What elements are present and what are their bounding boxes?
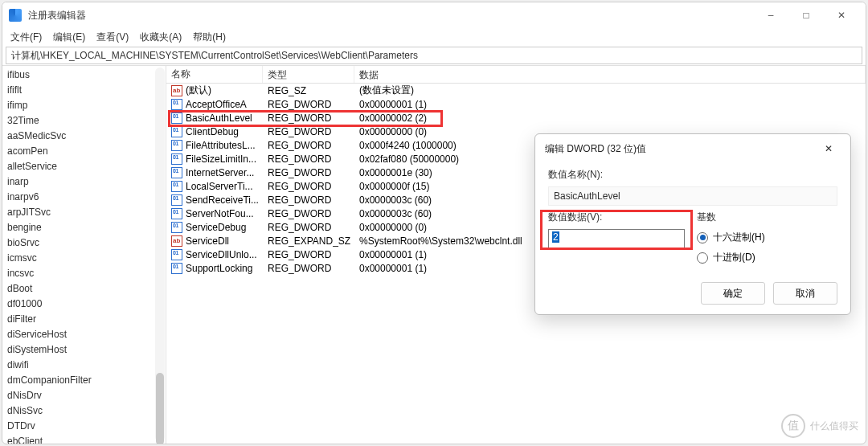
- tree-node[interactable]: ifibus: [2, 68, 166, 83]
- tree-scrollbar[interactable]: [155, 68, 165, 442]
- menu-favorites[interactable]: 收藏夹(A): [140, 31, 182, 44]
- tree-node[interactable]: alletService: [2, 159, 166, 174]
- value-data: (数值未设置): [354, 84, 866, 97]
- tree-node[interactable]: diwifi: [2, 358, 166, 373]
- value-type: REG_DWORD: [263, 99, 354, 110]
- value-row[interactable]: AcceptOfficeAREG_DWORD0x00000001 (1): [166, 97, 866, 111]
- tree-node[interactable]: acomPen: [2, 144, 166, 159]
- radio-hex[interactable]: 十六进制(H): [697, 231, 837, 244]
- menu-view[interactable]: 查看(V): [96, 31, 129, 44]
- col-name[interactable]: 名称: [166, 66, 263, 83]
- value-name: AcceptOfficeA: [186, 99, 247, 110]
- value-type: REG_DWORD: [263, 181, 354, 192]
- value-row[interactable]: (默认)REG_SZ(数值未设置): [166, 84, 866, 97]
- watermark: 值 什么值得买: [781, 414, 858, 438]
- tree-node[interactable]: icmsvc: [2, 251, 166, 266]
- titlebar[interactable]: 注册表编辑器 – □ ✕: [2, 2, 866, 28]
- tree-node[interactable]: ififlt: [2, 83, 166, 98]
- dword-icon: [171, 140, 182, 151]
- value-type: REG_DWORD: [263, 222, 354, 233]
- tree-node[interactable]: dmCompanionFilter: [2, 373, 166, 388]
- dword-icon: [171, 113, 182, 124]
- dword-icon: [171, 181, 182, 192]
- key-tree[interactable]: ifibusififltifimp32TimeaaSMedicSvcacomPe…: [2, 66, 166, 444]
- address-bar[interactable]: 计算机\HKEY_LOCAL_MACHINE\SYSTEM\CurrentCon…: [6, 47, 862, 64]
- tree-node[interactable]: diServiceHost: [2, 327, 166, 342]
- value-name: SupportLocking: [186, 263, 252, 274]
- tree-node[interactable]: bioSrvc: [2, 235, 166, 251]
- menu-file[interactable]: 文件(F): [10, 31, 42, 44]
- data-input[interactable]: 2: [548, 229, 685, 248]
- col-data[interactable]: 数据: [354, 66, 866, 83]
- value-data: 0x00000002 (2): [354, 113, 866, 124]
- maximize-button[interactable]: □: [788, 4, 824, 27]
- tree-node[interactable]: aaSMedicSvc: [2, 129, 166, 144]
- ok-button[interactable]: 确定: [701, 282, 765, 305]
- value-type: REG_DWORD: [263, 126, 354, 137]
- dword-icon: [171, 99, 182, 110]
- watermark-icon: 值: [781, 414, 805, 438]
- value-type: REG_EXPAND_SZ: [263, 235, 354, 247]
- value-name: ServiceDllUnlo...: [186, 249, 257, 260]
- watermark-text: 什么值得买: [810, 419, 858, 433]
- value-name: ServiceDll: [186, 235, 229, 247]
- dword-icon: [171, 167, 182, 178]
- menu-help[interactable]: 帮助(H): [193, 31, 226, 44]
- tree-node[interactable]: bengine: [2, 220, 166, 235]
- dword-icon: [171, 263, 182, 274]
- tree-node[interactable]: ebClient: [2, 434, 166, 444]
- dialog-close-button[interactable]: ✕: [817, 137, 841, 160]
- radio-dec-label: 十进制(D): [713, 251, 755, 264]
- dialog-title: 编辑 DWORD (32 位)值: [545, 142, 817, 156]
- tree-node[interactable]: df01000: [2, 297, 166, 312]
- tree-node[interactable]: diFilter: [2, 312, 166, 327]
- scroll-thumb[interactable]: [156, 373, 164, 444]
- tree-node[interactable]: ifimp: [2, 98, 166, 113]
- value-name: LocalServerTi...: [186, 181, 253, 192]
- tree-node[interactable]: DTDrv: [2, 419, 166, 434]
- minimize-button[interactable]: –: [753, 4, 788, 27]
- dword-icon: [171, 126, 182, 137]
- tree-node[interactable]: inarp: [2, 174, 166, 190]
- tree-node[interactable]: arpJITSvc: [2, 205, 166, 220]
- value-row[interactable]: BasicAuthLevelREG_DWORD0x00000002 (2): [166, 111, 866, 125]
- cancel-button[interactable]: 取消: [773, 282, 837, 305]
- string-icon: [171, 235, 182, 247]
- dialog-titlebar[interactable]: 编辑 DWORD (32 位)值 ✕: [535, 134, 850, 163]
- value-type: REG_DWORD: [263, 194, 354, 206]
- window-title: 注册表编辑器: [28, 9, 753, 23]
- base-label: 基数: [697, 211, 837, 224]
- tree-node[interactable]: dNisSvc: [2, 403, 166, 419]
- value-data: 0x00000001 (1): [354, 99, 866, 110]
- value-name: FileSizeLimitIn...: [186, 153, 256, 165]
- value-name: FileAttributesL...: [186, 140, 256, 151]
- close-button[interactable]: ✕: [824, 4, 859, 27]
- value-name: ServiceDebug: [186, 222, 246, 233]
- tree-node[interactable]: incsvc: [2, 266, 166, 281]
- app-icon: [9, 9, 22, 22]
- dword-icon: [171, 194, 182, 206]
- tree-node[interactable]: dNisDrv: [2, 388, 166, 403]
- value-type: REG_SZ: [263, 85, 354, 96]
- tree-node[interactable]: diSystemHost: [2, 342, 166, 358]
- value-type: REG_DWORD: [263, 153, 354, 165]
- tree-node[interactable]: inarpv6: [2, 190, 166, 205]
- value-name: InternetServer...: [186, 167, 254, 178]
- menu-edit[interactable]: 编辑(E): [53, 31, 85, 44]
- col-type[interactable]: 类型: [263, 66, 354, 83]
- value-type: REG_DWORD: [263, 249, 354, 260]
- base-radio-group: 十六进制(H) 十进制(D): [697, 229, 837, 264]
- dword-icon: [171, 208, 182, 219]
- name-label: 数值名称(N):: [548, 168, 837, 182]
- radio-dec[interactable]: 十进制(D): [697, 251, 837, 264]
- value-type: REG_DWORD: [263, 113, 354, 124]
- value-name: (默认): [186, 84, 211, 97]
- value-type: REG_DWORD: [263, 208, 354, 219]
- name-field[interactable]: BasicAuthLevel: [548, 186, 837, 206]
- radio-dec-dot: [697, 252, 708, 264]
- radio-hex-label: 十六进制(H): [713, 231, 765, 244]
- tree-node[interactable]: dBoot: [2, 281, 166, 297]
- value-type: REG_DWORD: [263, 167, 354, 178]
- tree-node[interactable]: 32Time: [2, 113, 166, 129]
- dword-icon: [171, 153, 182, 165]
